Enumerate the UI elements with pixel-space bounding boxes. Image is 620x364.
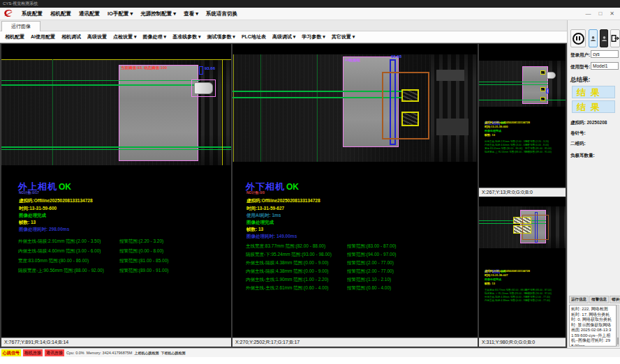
measurement-list-mini: 主线宽度:83.77mm 范围:(82.00 - 88.00)报警范围:(83.…	[485, 289, 563, 303]
measurement-text: 外侧主线-隔膜:2.91mm 范围:(2.00 - 3.50)	[485, 140, 529, 143]
login-user-input[interactable]	[591, 50, 619, 58]
result-frames: 帧数: 13	[485, 133, 495, 137]
measurement-alarm: 报警范围:(0.00 - 8.00)	[525, 144, 549, 146]
menu-item-comm-config[interactable]: 通讯配置	[79, 10, 100, 17]
pixel-coord-bar: X:311;Y:980;R:0;G:0;B:0	[479, 338, 566, 347]
measurement-row: 内侧主线-隔膜:4.60mm 范围:(3.00 - 6.00)报警范围:(0.0…	[18, 248, 228, 258]
measurement-alarm: 报警范围:(0.60 - 4.00)	[347, 285, 391, 291]
measurement-row: 主线宽度:83.77mm 范围:(82.00 - 88.00)报警范围:(83.…	[246, 243, 469, 252]
menu-item-view[interactable]: 查看 ▾	[184, 10, 198, 17]
result-time: 时间:13-31-59-600	[485, 125, 508, 128]
measurement-alarm: 报警范围:(0.00 - 8.00)	[119, 248, 163, 255]
log-tab-error[interactable]: 错误信息	[610, 296, 620, 303]
tool-spot-check[interactable]: 点检设置 ▾	[113, 33, 136, 40]
user-icon	[590, 36, 596, 42]
measurement-text: 宽度:83.05mm 范围:(80.00 - 86.00)	[18, 258, 89, 264]
measurement-text: 内侧主线-主线:1.90mm 范围:(1.00 - 2.20)	[246, 277, 328, 283]
result-done: 图像处理完成	[485, 129, 501, 132]
result-elapsed: 图像处理耗时: 149.00ms	[246, 234, 297, 240]
camera-image-outer-lower[interactable]: AI检测框 93.68	[232, 54, 478, 162]
camera-image-outer-upper[interactable]: 93.66 当前阈值:93, 动态阈值:100	[1, 59, 231, 165]
measurement-text: 主线宽度:83.77mm 范围:(82.00 - 88.00)	[246, 243, 325, 250]
result-barcode: 虚拟码:Offliine20250208133134728	[485, 269, 530, 273]
main-area: 93.66 当前阈值:93, 动态阈值:100 外上相机OK NG计数:0/17…	[0, 43, 567, 348]
tool-test-params[interactable]: 测试项参数 ▾	[207, 33, 235, 40]
camera-thumb-image-2[interactable]	[479, 206, 566, 248]
status-bar: 心跳信号 相机连接 通讯连接 Cpu: 0.0% Memory: 3424.41…	[0, 348, 620, 357]
measure-line-green-4	[1, 149, 231, 150]
tool-camera-config[interactable]: 相机配置	[5, 33, 24, 40]
camera-thumb-outer-upper: 外上相机OK 虚拟码:Offliine20250208133134728 时间:…	[479, 44, 566, 197]
result-box-bottom: 结果	[572, 100, 615, 113]
tool-baseline-params[interactable]: 基准线参数 ▾	[172, 33, 200, 40]
pause-button[interactable]	[570, 29, 586, 47]
measurement-row: 内侧主线-隔膜:4.38mm 范围:(0.00 - 9.00)报警范围:(2.0…	[485, 299, 563, 303]
camera-view-outer-lower: AI检测框 93.68 外下相机OK NG计数:0/0 虚拟码:Offliine…	[232, 44, 478, 347]
tool-camera-debug[interactable]: 相机调试	[61, 33, 81, 40]
log-output: 耗时: 222, 网络检测耗时: 17, 网络分类耗时: 0, 网络获取分类耗时…	[569, 305, 617, 347]
log-tab-run[interactable]: 运行信息	[569, 296, 589, 303]
pixel-coords: X:267;Y:13;R:0;G:0;B:0	[482, 190, 533, 195]
pixel-coord-bar: X:270;Y:2502;R:17;G:17;B:17	[232, 338, 478, 347]
app-logo-icon	[3, 8, 14, 19]
log-tab-alarm[interactable]: 报警信息	[589, 296, 609, 303]
reference-line-yellow-vertical	[222, 59, 223, 165]
measurement-row: 隔膜宽度-上:90.56mm 范围:(88.00 - 92.00)报警范围:(8…	[485, 151, 563, 154]
tab-run-image[interactable]: 运行图像	[1, 21, 40, 31]
menu-item-camera-config[interactable]: 相机配置	[50, 10, 71, 17]
pixel-coords: X:270;Y:2502;R:17;G:17;B:17	[235, 340, 300, 344]
tool-other-settings[interactable]: 其它设置 ▾	[332, 33, 355, 40]
tool-advanced-debug[interactable]: 高级调试 ▾	[272, 33, 295, 40]
result-done: 图像处理完成	[19, 213, 46, 219]
log-scrollbar[interactable]	[617, 305, 619, 347]
qr-code-label: 二维码:	[570, 141, 586, 147]
exit-button[interactable]	[610, 29, 620, 47]
log-scrollbar-thumb[interactable]	[617, 338, 619, 344]
result-frames: 帧数: 13	[485, 282, 495, 285]
measurement-text: 隔膜宽度-上:90.56mm 范围:(88.00 - 92.00)	[18, 268, 104, 274]
pixel-coords: X:311;Y:980;R:0;G:0;B:0	[482, 340, 535, 344]
measurement-alarm: 报警范围:(94.00 - 97.00)	[347, 252, 396, 258]
tool-image-processing[interactable]: 图像处理 ▾	[142, 33, 165, 40]
measure-line-green-1	[1, 80, 200, 81]
tool-ai-usage-config[interactable]: AI使用配置	[31, 33, 55, 40]
menu-item-system-config[interactable]: 系统配置	[22, 10, 43, 17]
reference-line-green-vertical-1	[260, 54, 261, 162]
measurement-alarm: 报警范围:(2.00 - 77.00)	[525, 299, 550, 302]
measurement-row: 隔膜宽度-上:90.56mm 范围:(88.00 - 92.00)报警范围:(8…	[18, 268, 228, 278]
close-button[interactable]: ✕	[610, 8, 614, 20]
tool-learning-params[interactable]: 学习参数 ▾	[302, 33, 325, 40]
camera-connection-badge: 相机连接	[23, 349, 43, 356]
width-value-overlay: 93.66	[205, 66, 215, 70]
tab-strip: 运行图像	[0, 20, 567, 31]
menu-item-light-config[interactable]: 光源控制配置 ▾	[140, 10, 176, 17]
threshold-overlay: 当前阈值:93, 动态阈值:100	[121, 66, 167, 70]
reference-line-yellow-edge	[233, 54, 234, 162]
user-manage-button[interactable]	[600, 29, 608, 47]
measurement-list-mini: 外侧主线-隔膜:2.91mm 范围:(2.00 - 3.50)报警范围:(2.2…	[485, 140, 563, 154]
result-block-outer-upper: 外上相机OK NG计数:0/17 虚拟码:Offliine20250208133…	[18, 180, 228, 305]
maximize-button[interactable]: □	[598, 8, 602, 20]
menu-item-io-config[interactable]: IO手配置 ▾	[108, 10, 133, 17]
result-sub: NG计数:0/0	[246, 190, 265, 195]
menu-item-language[interactable]: 系统语言切换	[206, 10, 237, 17]
measurement-text: 内侧主线-隔膜:4.38mm 范围:(0.00 - 9.00)	[246, 268, 328, 275]
user-login-button[interactable]	[589, 29, 598, 47]
measurement-row: 宽度:83.05mm 范围:(80.00 - 86.00)报警范围:(81.00…	[18, 258, 228, 268]
model-input[interactable]	[591, 62, 619, 70]
upper-camera-heartbeat[interactable]: 上相机心跳检测	[134, 351, 158, 355]
exit-door-icon	[611, 34, 619, 43]
pause-icon	[573, 33, 584, 45]
measure-line-green-2	[1, 84, 200, 86]
result-elapsed: 图像处理耗时: 298.00ms	[19, 227, 69, 233]
lower-camera-heartbeat[interactable]: 下相机心跳检测	[161, 351, 185, 355]
measurement-row: 内侧主线-主线:1.90mm 范围:(1.00 - 2.20)报警范围:(1.1…	[246, 277, 469, 285]
neg-tab-count-label: 负极耳数量:	[570, 153, 595, 159]
tool-plc-address[interactable]: PLC地址表	[242, 33, 266, 40]
tool-advanced-settings[interactable]: 高级设置	[87, 33, 107, 40]
width-marker-box	[199, 66, 203, 75]
camera-thumb-image-1[interactable]	[479, 61, 566, 107]
camera-view-outer-upper: 93.66 当前阈值:93, 动态阈值:100 外上相机OK NG计数:0/17…	[1, 44, 231, 347]
minimize-button[interactable]: —	[585, 8, 591, 20]
width-marker-box	[546, 89, 549, 93]
